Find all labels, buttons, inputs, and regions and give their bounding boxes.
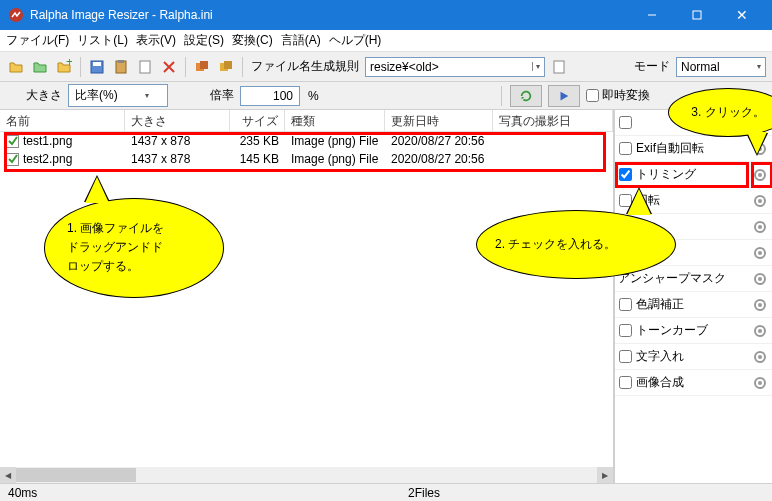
mode-select[interactable]: Normal ▾	[676, 57, 766, 77]
refresh-button[interactable]	[510, 85, 542, 107]
scroll-left-icon[interactable]: ◀	[0, 467, 16, 483]
svg-rect-5	[93, 62, 101, 66]
document-icon[interactable]	[135, 57, 155, 77]
svg-point-21	[758, 199, 762, 203]
status-file-count: 2Files	[408, 486, 764, 500]
paste-icon[interactable]	[111, 57, 131, 77]
svg-rect-2	[693, 11, 701, 19]
gear-icon[interactable]	[752, 193, 768, 209]
folder-plus-icon[interactable]: +	[54, 57, 74, 77]
callout3-text: 3. クリック。	[679, 103, 772, 122]
col-date[interactable]: 更新日時	[385, 110, 493, 131]
menu-lang[interactable]: 言語(A)	[281, 32, 321, 49]
svg-point-29	[758, 303, 762, 307]
menu-list[interactable]: リスト(L)	[77, 32, 128, 49]
file-date: 2020/08/27 20:56	[385, 133, 493, 149]
callout1-line1: 1. 画像ファイルを	[67, 219, 201, 238]
svg-point-25	[758, 251, 762, 255]
menu-help[interactable]: ヘルプ(H)	[329, 32, 382, 49]
svg-point-33	[758, 355, 762, 359]
chevron-down-icon: ▾	[757, 62, 761, 71]
horizontal-scrollbar[interactable]: ◀ ▶	[0, 467, 613, 483]
svg-point-23	[758, 225, 762, 229]
annotation-callout-2: 2. チェックを入れる。	[476, 210, 676, 279]
app-icon	[8, 7, 24, 23]
size-mode-value: 比率(%)	[75, 87, 118, 104]
svg-point-19	[758, 173, 762, 177]
toolbar: + ファイル名生成規則 resize¥<old> ▾ モード Normal ▾	[0, 52, 772, 82]
svg-text:+: +	[66, 59, 72, 69]
callout2-text: 2. チェックを入れる。	[495, 235, 657, 254]
delete-icon[interactable]	[159, 57, 179, 77]
window-title: Ralpha Image Resizer - Ralpha.ini	[30, 8, 629, 22]
option-trimming[interactable]: トリミング	[615, 162, 772, 188]
save-icon[interactable]	[87, 57, 107, 77]
file-row[interactable]: test2.png 1437 x 878 145 KB Image (png) …	[0, 150, 613, 168]
file-dimensions: 1437 x 878	[125, 151, 230, 167]
file-type: Image (png) File	[285, 151, 385, 167]
naming-rule-value: resize¥<old>	[370, 60, 439, 74]
size-mode-select[interactable]: 比率(%)▾	[68, 84, 168, 107]
svg-point-27	[758, 277, 762, 281]
chevron-down-icon: ▾	[145, 91, 149, 100]
col-type[interactable]: 種類	[285, 110, 385, 131]
minimize-button[interactable]	[629, 0, 674, 30]
svg-rect-13	[554, 61, 564, 73]
file-row[interactable]: test1.png 1437 x 878 235 KB Image (png) …	[0, 132, 613, 150]
gear-icon[interactable]	[752, 167, 768, 183]
file-name: test1.png	[23, 134, 72, 148]
batch2-icon[interactable]	[216, 57, 236, 77]
col-size[interactable]: サイズ	[230, 110, 285, 131]
play-icon	[557, 89, 571, 103]
mode-label: モード	[634, 58, 670, 75]
gear-icon[interactable]	[752, 349, 768, 365]
menu-file[interactable]: ファイル(F)	[6, 32, 69, 49]
menu-view[interactable]: 表示(V)	[136, 32, 176, 49]
instant-label: 即時変換	[602, 87, 650, 104]
open-file-icon[interactable]	[6, 57, 26, 77]
mult-suffix: %	[308, 89, 319, 103]
maximize-button[interactable]	[674, 0, 719, 30]
file-checkbox[interactable]	[6, 153, 19, 166]
options-pane: クリップ Exif自動回転 トリミング 回転 リサイズ 罫線追加 アンシャープマ…	[614, 110, 772, 483]
col-shot-date[interactable]: 写真の撮影日	[493, 110, 613, 131]
mode-value: Normal	[681, 60, 720, 74]
callout1-line2: ドラッグアンドド	[67, 238, 201, 257]
gear-icon[interactable]	[752, 323, 768, 339]
file-dimensions: 1437 x 878	[125, 133, 230, 149]
menu-setting[interactable]: 設定(S)	[184, 32, 224, 49]
gear-icon[interactable]	[752, 245, 768, 261]
mult-label: 倍率	[210, 87, 234, 104]
close-button[interactable]: ✕	[719, 0, 764, 30]
rule-option-icon[interactable]	[549, 57, 569, 77]
open-folder-icon[interactable]	[30, 57, 50, 77]
file-name: test2.png	[23, 152, 72, 166]
run-button[interactable]	[548, 85, 580, 107]
gear-icon[interactable]	[752, 219, 768, 235]
naming-rule-input[interactable]: resize¥<old> ▾	[365, 57, 545, 77]
scroll-thumb[interactable]	[16, 468, 136, 482]
batch1-icon[interactable]	[192, 57, 212, 77]
scroll-right-icon[interactable]: ▶	[597, 467, 613, 483]
option-tone-curve[interactable]: トーンカーブ	[615, 318, 772, 344]
col-name[interactable]: 名前	[0, 110, 125, 131]
svg-rect-8	[140, 61, 150, 73]
option-color-correction[interactable]: 色調補正	[615, 292, 772, 318]
file-checkbox[interactable]	[6, 135, 19, 148]
gear-icon[interactable]	[752, 297, 768, 313]
gear-icon[interactable]	[752, 375, 768, 391]
svg-rect-7	[118, 60, 124, 63]
instant-convert-checkbox[interactable]: 即時変換	[586, 87, 650, 104]
params-row: 大きさ 比率(%)▾ 倍率 100 % 即時変換	[0, 82, 772, 110]
col-dimensions[interactable]: 大きさ	[125, 110, 230, 131]
option-text-insert[interactable]: 文字入れ	[615, 344, 772, 370]
mult-input[interactable]: 100	[240, 86, 300, 106]
separator	[501, 86, 502, 106]
statusbar: 40ms 2Files	[0, 483, 772, 501]
chevron-down-icon[interactable]: ▾	[532, 62, 540, 71]
menu-convert[interactable]: 変換(C)	[232, 32, 273, 49]
separator	[185, 57, 186, 77]
svg-point-35	[758, 381, 762, 385]
gear-icon[interactable]	[752, 271, 768, 287]
option-image-composite[interactable]: 画像合成	[615, 370, 772, 396]
